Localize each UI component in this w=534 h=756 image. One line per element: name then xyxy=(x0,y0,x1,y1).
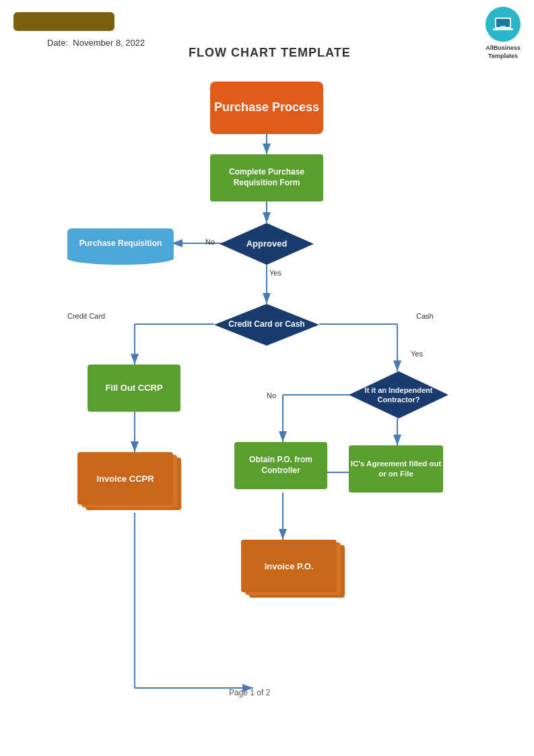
step1-node: Complete Purchase Requisition Form xyxy=(210,154,323,201)
yes-label-2: Yes xyxy=(411,350,423,358)
invoice-ccpr-front: Invoice CCPR xyxy=(77,452,173,505)
page-label: Page 1 of 2 xyxy=(229,688,270,697)
logo-circle xyxy=(486,7,521,42)
no-label-1: No xyxy=(205,238,215,246)
flowchart: Purchase Process Complete Purchase Requi… xyxy=(0,55,534,715)
svg-rect-3 xyxy=(500,26,506,28)
ics-agreement-node: IC's Agreement filled out or on File xyxy=(349,445,443,493)
date-value: November 8, 2022 xyxy=(73,38,145,48)
svg-rect-2 xyxy=(493,28,513,30)
arrows-svg xyxy=(0,55,534,715)
cash-label: Cash xyxy=(416,312,434,320)
laptop-icon xyxy=(493,16,513,32)
header: FLOW CHART TEMPLATE AllBusiness Template… xyxy=(0,0,534,31)
logo-area: AllBusiness Templates xyxy=(486,7,521,60)
obtain-po-node: Obtain P.O. from Controller xyxy=(234,442,327,489)
purchase-req-wave xyxy=(67,254,174,263)
fill-ccrp-node: Fill Out CCRP xyxy=(88,365,180,412)
approved-diamond: Approved xyxy=(220,223,314,265)
docs-controller-box xyxy=(13,12,114,31)
invoice-ccpr-node: Invoice CCPR xyxy=(77,452,178,511)
no-label-2: No xyxy=(267,391,276,400)
invoice-po-node: Invoice P.O. xyxy=(241,540,342,599)
start-node: Purchase Process xyxy=(210,82,323,134)
credit-card-label: Credit Card xyxy=(67,312,105,320)
yes-label-1: Yes xyxy=(269,269,281,277)
credit-card-cash-diamond: Credit Card or Cash xyxy=(214,304,319,346)
invoice-po-front: Invoice P.O. xyxy=(241,540,337,592)
date-label: Date: xyxy=(47,38,68,48)
independent-contractor-diamond: It it an Independent Contractor? xyxy=(349,371,448,418)
